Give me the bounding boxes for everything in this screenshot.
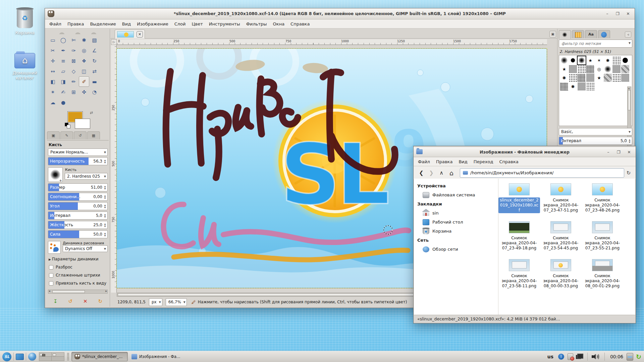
unit-select[interactable]: px xyxy=(149,298,162,306)
volume-icon[interactable] xyxy=(592,353,600,360)
brush-item[interactable] xyxy=(595,65,603,73)
file-item[interactable]: Снимок экрана_2020-04-07_23-48-26.png xyxy=(582,183,623,213)
sidebar-row[interactable]: Корзина xyxy=(414,227,498,236)
background-color-swatch[interactable] xyxy=(75,119,90,129)
up-button[interactable]: ∧ xyxy=(436,168,446,178)
sidebar-row[interactable]: Файловая система xyxy=(414,190,498,199)
desktop-icon-home[interactable]: Домашний каталог xyxy=(5,53,45,80)
menu-item[interactable]: Справка xyxy=(496,157,521,166)
tool-button[interactable]: ◫ xyxy=(79,66,89,76)
tool-option-slider[interactable]: Интервал Интервал 5,0 xyxy=(48,212,108,220)
brush-item[interactable] xyxy=(604,56,612,64)
brush-item[interactable] xyxy=(621,74,629,82)
tool-button[interactable]: ✜ xyxy=(79,87,89,97)
spinner[interactable] xyxy=(103,203,107,209)
image-list-button[interactable]: ▣ xyxy=(549,31,556,38)
color-selector[interactable]: ⇄ xyxy=(65,111,92,129)
taskbar-task-filemanager[interactable]: Изображения - Файловы... xyxy=(129,352,185,361)
tool-button[interactable]: ◨ xyxy=(58,76,68,87)
brush-item[interactable] xyxy=(595,56,603,64)
tool-button[interactable]: ☁ xyxy=(48,97,58,108)
close-button[interactable]: ✕ xyxy=(625,148,634,156)
keyboard-layout-indicator[interactable]: us xyxy=(547,354,553,359)
sidebar-row[interactable]: Устройства xyxy=(414,181,498,190)
tool-button[interactable]: ↔ xyxy=(48,66,58,76)
dock-tab[interactable]: ▦ xyxy=(87,131,100,139)
brush-item[interactable] xyxy=(569,74,577,82)
tool-button[interactable]: ✴ xyxy=(48,87,58,97)
taskbar-task-gimp[interactable]: *slinux_december_2019_19... xyxy=(71,352,128,361)
tool-button[interactable]: ◯ xyxy=(58,35,68,45)
menu-item[interactable]: Файл xyxy=(46,19,64,28)
opacity-slider[interactable]: Непрозрачность Непрозрачность 56,3 xyxy=(48,157,108,165)
brush-item[interactable] xyxy=(560,65,568,73)
menu-item[interactable]: Слой xyxy=(171,19,189,28)
brush-item[interactable] xyxy=(578,65,586,73)
delete-preset-button[interactable]: ✕ xyxy=(79,297,92,306)
brush-item[interactable] xyxy=(560,56,568,64)
tool-option-slider[interactable]: Жёсткость Жёсткость 25,0 xyxy=(48,221,108,229)
brush-item[interactable] xyxy=(612,56,621,64)
file-item[interactable]: Снимок экрана_2020-04-08_00-01-29.png xyxy=(582,259,623,289)
file-item[interactable]: Снимок экрана_2020-04-07_23-47-51.png xyxy=(540,183,582,213)
brush-item[interactable] xyxy=(612,74,621,82)
brush-item[interactable] xyxy=(560,74,568,82)
option-checkbox-row[interactable]: Сглаженные штрихи xyxy=(48,273,108,278)
file-item[interactable]: Снимок экрана_2020-04-08_00-00-33.png xyxy=(540,259,582,289)
tool-button[interactable]: ≡ xyxy=(58,56,68,66)
display-settings-icon[interactable] xyxy=(576,354,583,360)
tool-button[interactable]: ⊠ xyxy=(68,56,79,66)
dock-tab[interactable]: ▣ xyxy=(47,131,60,139)
tool-button[interactable]: ⇄ xyxy=(89,66,100,76)
tool-button[interactable]: ▭ xyxy=(48,35,58,45)
tool-button[interactable]: ▧ xyxy=(89,35,100,45)
menu-item[interactable]: Выделение xyxy=(87,19,119,28)
brush-item[interactable] xyxy=(586,82,594,90)
menu-item[interactable]: Файл xyxy=(415,157,433,166)
spinner[interactable] xyxy=(103,184,107,191)
tool-button[interactable]: ✛ xyxy=(48,56,58,66)
brush-item[interactable] xyxy=(621,56,629,64)
spinner[interactable] xyxy=(103,231,107,238)
brush-name-field[interactable]: 2. Hardness 025 xyxy=(65,173,108,180)
tool-button[interactable]: ✱ xyxy=(79,35,89,45)
tool-button[interactable]: ❖ xyxy=(79,56,89,66)
path-bar[interactable]: /home/sin/Документы/Изображения/ xyxy=(460,168,624,178)
file-item[interactable]: slinux_december_2019_1920x1080.xcf xyxy=(498,183,540,213)
menu-item[interactable]: Вид xyxy=(455,157,470,166)
menu-item[interactable]: Вид xyxy=(119,19,134,28)
brush-item[interactable] xyxy=(604,65,612,73)
option-checkbox-row[interactable]: Разброс xyxy=(48,265,108,269)
brush-item[interactable] xyxy=(621,65,629,73)
brush-item[interactable] xyxy=(612,65,621,73)
tool-button[interactable]: ↻ xyxy=(89,56,100,66)
show-desktop-button[interactable] xyxy=(16,354,24,360)
image-tab[interactable]: ✕ xyxy=(115,29,145,39)
checkbox[interactable] xyxy=(49,281,53,286)
tool-button[interactable]: ✂ xyxy=(48,45,58,56)
brush-item[interactable] xyxy=(586,56,594,64)
reload-button[interactable]: ↻ xyxy=(624,168,633,178)
tool-option-slider[interactable]: Соотношени... Соотношени... 0,00 xyxy=(48,193,108,201)
spinner[interactable] xyxy=(103,212,107,219)
menu-item[interactable]: Инструменты xyxy=(206,19,243,28)
desktop-icon-trash[interactable]: Корзина xyxy=(5,9,45,35)
menu-item[interactable]: Фильтры xyxy=(243,19,270,28)
dock-tab[interactable]: ✎ xyxy=(60,131,73,139)
brush-item[interactable] xyxy=(604,74,612,82)
maximize-button[interactable]: ❐ xyxy=(614,148,623,156)
logout-icon[interactable]: ↻ xyxy=(636,353,641,360)
option-checkbox-row[interactable]: Привязать кисть к виду xyxy=(48,281,108,286)
menu-item[interactable]: Изображение xyxy=(134,19,171,28)
file-item[interactable]: Снимок экрана_2020-04-07_23-55-21.png xyxy=(582,221,623,251)
tool-button[interactable]: ⊞ xyxy=(68,87,79,97)
updates-icon[interactable] xyxy=(627,353,633,361)
brush-item[interactable] xyxy=(569,65,577,73)
tool-button[interactable]: ▬ xyxy=(89,76,100,87)
swap-colors-icon[interactable]: ⇄ xyxy=(90,111,93,115)
browser-launcher-icon[interactable] xyxy=(28,353,36,361)
restore-preset-button[interactable]: ↺ xyxy=(64,297,77,306)
brush-item[interactable] xyxy=(569,56,577,64)
sidebar-row[interactable]: Сеть xyxy=(414,236,498,245)
menu-item[interactable]: Цвет xyxy=(189,19,206,28)
